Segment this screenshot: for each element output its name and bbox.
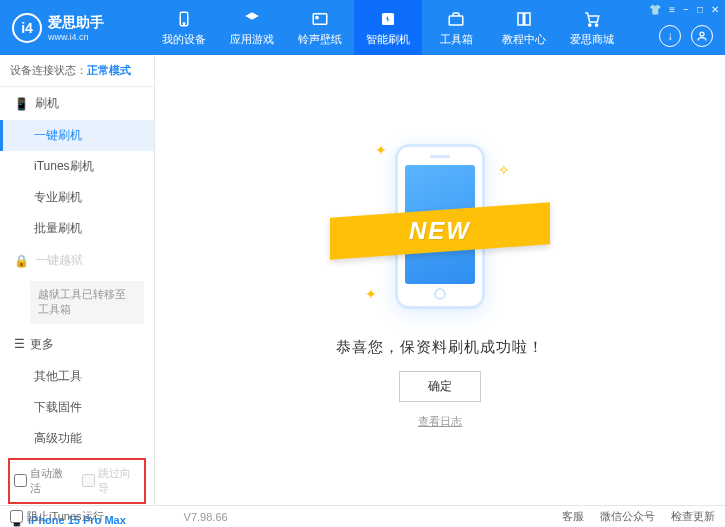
sidebar-item-itunes[interactable]: iTunes刷机: [0, 151, 154, 182]
section-flash[interactable]: 📱刷机: [0, 87, 154, 120]
jailbreak-note: 越狱工具已转移至工具箱: [30, 281, 144, 324]
lock-icon: 🔒: [14, 254, 29, 268]
svg-rect-5: [449, 16, 463, 25]
window-controls: 👕 ≡ − □ ✕: [649, 4, 719, 15]
nav-flash[interactable]: 智能刷机: [354, 0, 422, 55]
app-title: 爱思助手: [48, 14, 104, 32]
check-update-link[interactable]: 检查更新: [671, 509, 715, 524]
svg-point-6: [589, 23, 591, 25]
flash-icon: [378, 9, 398, 29]
success-illustration: ✦ ✧ ✦ NEW: [355, 132, 525, 322]
logo-area: i4 爱思助手 www.i4.cn: [0, 13, 150, 43]
svg-point-1: [183, 22, 185, 24]
user-button[interactable]: [691, 25, 713, 47]
section-jailbreak: 🔒一键越狱: [0, 244, 154, 277]
app-url: www.i4.cn: [48, 32, 104, 42]
wechat-link[interactable]: 微信公众号: [600, 509, 655, 524]
nav-ringtones[interactable]: 铃声壁纸: [286, 0, 354, 55]
sidebar-item-firmware[interactable]: 下载固件: [0, 392, 154, 423]
view-log-link[interactable]: 查看日志: [418, 414, 462, 429]
section-more[interactable]: ☰更多: [0, 328, 154, 361]
sidebar-item-other[interactable]: 其他工具: [0, 361, 154, 392]
connection-status: 设备连接状态：正常模式: [0, 55, 154, 87]
app-header: i4 爱思助手 www.i4.cn 我的设备 应用游戏 铃声壁纸 智能刷机 工具…: [0, 0, 725, 55]
new-banner: NEW: [330, 202, 550, 259]
sidebar-item-batch[interactable]: 批量刷机: [0, 213, 154, 244]
svg-point-3: [316, 16, 318, 18]
nav-my-device[interactable]: 我的设备: [150, 0, 218, 55]
sidebar: 设备连接状态：正常模式 📱刷机 一键刷机 iTunes刷机 专业刷机 批量刷机 …: [0, 55, 155, 505]
auto-activate-checkbox[interactable]: 自动激活: [14, 466, 72, 496]
menu-icon[interactable]: ≡: [669, 4, 675, 15]
nav-apps[interactable]: 应用游戏: [218, 0, 286, 55]
nav-store[interactable]: 爱思商城: [558, 0, 626, 55]
image-icon: [310, 9, 330, 29]
maximize-icon[interactable]: □: [697, 4, 703, 15]
minimize-icon[interactable]: −: [683, 4, 689, 15]
main-content: ✦ ✧ ✦ NEW 恭喜您，保资料刷机成功啦！ 确定 查看日志: [155, 55, 725, 505]
download-button[interactable]: ↓: [659, 25, 681, 47]
sidebar-item-advanced[interactable]: 高级功能: [0, 423, 154, 454]
svg-rect-2: [313, 13, 327, 24]
skin-icon[interactable]: 👕: [649, 4, 661, 15]
close-icon[interactable]: ✕: [711, 4, 719, 15]
list-icon: ☰: [14, 337, 24, 351]
toolbox-icon: [446, 9, 466, 29]
nav-tutorials[interactable]: 教程中心: [490, 0, 558, 55]
logo-icon: i4: [12, 13, 42, 43]
book-icon: [514, 9, 534, 29]
options-row: 自动激活 跳过向导: [8, 458, 146, 504]
success-message: 恭喜您，保资料刷机成功啦！: [336, 338, 544, 357]
device-icon: [174, 9, 194, 29]
sidebar-item-pro[interactable]: 专业刷机: [0, 182, 154, 213]
ok-button[interactable]: 确定: [399, 371, 481, 402]
skip-guide-checkbox[interactable]: 跳过向导: [82, 466, 140, 496]
phone-icon: 📱: [14, 97, 29, 111]
version-label: V7.98.66: [184, 511, 228, 523]
block-itunes-checkbox[interactable]: 阻止iTunes运行: [10, 509, 104, 524]
svg-point-8: [700, 32, 704, 36]
nav-toolbox[interactable]: 工具箱: [422, 0, 490, 55]
top-nav: 我的设备 应用游戏 铃声壁纸 智能刷机 工具箱 教程中心 爱思商城: [150, 0, 725, 55]
support-link[interactable]: 客服: [562, 509, 584, 524]
apps-icon: [242, 9, 262, 29]
svg-point-7: [595, 23, 597, 25]
sidebar-item-oneclick[interactable]: 一键刷机: [0, 120, 154, 151]
cart-icon: [582, 9, 602, 29]
